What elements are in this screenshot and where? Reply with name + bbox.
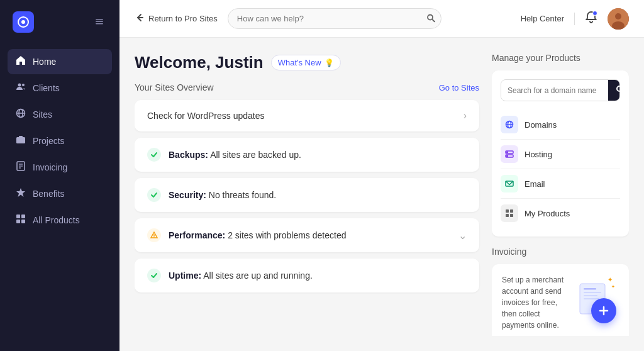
domain-search-input[interactable] bbox=[501, 81, 608, 100]
backups-card[interactable]: Backups: All sites are backed up. bbox=[135, 138, 479, 172]
performance-text: Performance: 2 sites with problems detec… bbox=[169, 230, 346, 240]
manage-products-title: Manage your Products bbox=[492, 53, 629, 63]
wp-updates-card[interactable]: Check for WordPress updates › bbox=[135, 100, 479, 131]
welcome-header: Welcome, Justin What's New 💡 bbox=[135, 53, 479, 72]
hosting-label: Hosting bbox=[525, 150, 552, 159]
right-column: Manage your Products bbox=[492, 53, 629, 336]
sidebar-item-label: Benefits bbox=[33, 189, 65, 199]
help-center-link[interactable]: Help Center bbox=[521, 14, 564, 23]
security-text: Security: No threats found. bbox=[169, 190, 276, 200]
sidebar-item-label: Projects bbox=[33, 136, 65, 146]
sidebar: Home Clients Sites bbox=[0, 0, 119, 351]
overview-header: Your Sites Overview Go to Sites bbox=[135, 82, 479, 92]
chevron-down-icon: ⌄ bbox=[458, 230, 467, 242]
sidebar-item-invoicing[interactable]: Invoicing bbox=[8, 155, 112, 180]
invoicing-section-title: Invoicing bbox=[492, 247, 629, 257]
svg-point-23 bbox=[615, 13, 621, 20]
whats-new-button[interactable]: What's New 💡 bbox=[271, 55, 341, 70]
home-icon bbox=[15, 55, 26, 68]
svg-point-20 bbox=[428, 14, 433, 20]
email-icon bbox=[501, 175, 518, 192]
topbar-right: Help Center bbox=[521, 8, 629, 30]
sidebar-navigation: Home Clients Sites bbox=[0, 44, 119, 351]
sidebar-logo-area bbox=[0, 0, 119, 44]
return-label: Return to Pro Sites bbox=[148, 14, 218, 23]
return-icon bbox=[135, 13, 145, 25]
uptime-status-icon bbox=[147, 269, 161, 282]
security-card[interactable]: Security: No threats found. bbox=[135, 178, 479, 212]
search-icon[interactable] bbox=[426, 13, 435, 24]
product-item-my-products[interactable]: My Products bbox=[501, 199, 620, 228]
svg-point-35 bbox=[507, 155, 508, 157]
sidebar-item-benefits[interactable]: Benefits bbox=[8, 181, 112, 206]
domains-icon bbox=[501, 116, 518, 133]
performance-status-icon bbox=[147, 228, 161, 242]
search-container bbox=[228, 8, 441, 29]
my-products-label: My Products bbox=[525, 209, 570, 218]
email-label: Email bbox=[525, 179, 545, 189]
performance-card-left: Performance: 2 sites with problems detec… bbox=[147, 228, 346, 242]
topbar: Return to Pro Sites Help Center bbox=[119, 0, 644, 38]
go-to-sites-link[interactable]: Go to Sites bbox=[439, 83, 479, 92]
my-products-icon bbox=[501, 204, 518, 222]
svg-text:✦: ✦ bbox=[611, 284, 615, 289]
svg-point-1 bbox=[21, 20, 25, 24]
search-input[interactable] bbox=[228, 8, 441, 29]
product-item-domains[interactable]: Domains bbox=[501, 110, 620, 140]
sidebar-item-label: Clients bbox=[33, 83, 60, 93]
notification-dot bbox=[592, 11, 597, 16]
uptime-text: Uptime: All sites are up and running. bbox=[169, 270, 313, 281]
logo-icon[interactable] bbox=[13, 11, 34, 33]
svg-rect-39 bbox=[506, 214, 509, 217]
lightbulb-icon: 💡 bbox=[325, 58, 334, 67]
security-status-icon bbox=[147, 188, 161, 202]
sidebar-item-label: Sites bbox=[33, 109, 52, 120]
invoicing-text-area: Set up a merchant account and send invoi… bbox=[502, 274, 569, 336]
benefits-icon bbox=[15, 187, 26, 200]
sidebar-item-label: Home bbox=[33, 57, 56, 67]
backups-text: Backups: All sites are backed up. bbox=[169, 150, 301, 160]
domains-label: Domains bbox=[525, 120, 557, 130]
domain-search-button[interactable] bbox=[608, 80, 620, 101]
uptime-card-left: Uptime: All sites are up and running. bbox=[147, 269, 313, 282]
sidebar-item-clients[interactable]: Clients bbox=[8, 75, 112, 101]
uptime-label: Uptime: bbox=[169, 270, 201, 281]
svg-rect-37 bbox=[506, 209, 509, 213]
hosting-icon bbox=[501, 145, 518, 163]
backups-card-left: Backups: All sites are backed up. bbox=[147, 148, 301, 162]
sidebar-item-all-products[interactable]: All Products bbox=[8, 208, 112, 233]
uptime-detail: All sites are up and running. bbox=[203, 270, 313, 281]
sidebar-item-projects[interactable]: Projects bbox=[8, 128, 112, 153]
sidebar-item-label: Invoicing bbox=[33, 162, 67, 172]
sidebar-item-home[interactable]: Home bbox=[8, 49, 112, 74]
product-item-hosting[interactable]: Hosting bbox=[501, 140, 620, 169]
add-fab-button[interactable] bbox=[591, 298, 616, 323]
svg-point-27 bbox=[617, 86, 620, 91]
projects-icon bbox=[15, 135, 26, 147]
performance-card[interactable]: Performance: 2 sites with problems detec… bbox=[135, 218, 479, 252]
notification-button[interactable] bbox=[585, 11, 597, 26]
svg-point-5 bbox=[18, 84, 21, 87]
all-products-icon bbox=[15, 214, 26, 226]
svg-rect-40 bbox=[510, 214, 513, 217]
avatar[interactable] bbox=[608, 8, 629, 30]
return-to-pro-sites-button[interactable]: Return to Pro Sites bbox=[135, 13, 218, 25]
performance-label: Performance: bbox=[169, 230, 225, 240]
svg-rect-19 bbox=[21, 220, 25, 223]
sidebar-item-sites[interactable]: Sites bbox=[8, 102, 112, 127]
security-card-left: Security: No threats found. bbox=[147, 188, 276, 202]
product-item-email[interactable]: Email bbox=[501, 169, 620, 199]
clients-icon bbox=[15, 82, 26, 94]
whats-new-label: What's New bbox=[278, 58, 321, 67]
security-label: Security: bbox=[169, 190, 206, 200]
backups-label: Backups: bbox=[169, 150, 208, 160]
invoicing-icon bbox=[15, 161, 26, 174]
uptime-card[interactable]: Uptime: All sites are up and running. bbox=[135, 259, 479, 292]
svg-rect-45 bbox=[584, 292, 601, 293]
sidebar-collapse-button[interactable] bbox=[92, 14, 107, 31]
svg-rect-2 bbox=[96, 19, 103, 20]
sidebar-item-label: All Products bbox=[33, 215, 80, 225]
svg-rect-3 bbox=[96, 21, 103, 22]
svg-rect-10 bbox=[16, 137, 25, 143]
svg-point-34 bbox=[507, 152, 508, 153]
